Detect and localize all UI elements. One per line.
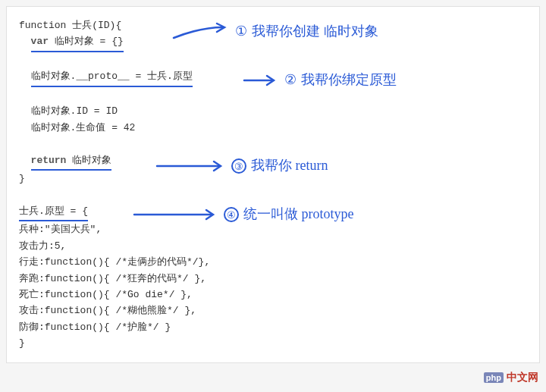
code-line: 临时对象.生命值 = 42 [19, 120, 527, 136]
arrow-icon [170, 21, 231, 42]
annotation-text: 我帮你绑定原型 [301, 69, 397, 92]
annotation-1: ① 我帮你创建 临时对象 [170, 20, 378, 43]
code-line: 死亡:function(){ /*Go die*/ }, [19, 287, 527, 303]
annotation-2: ② 我帮你绑定原型 [242, 69, 397, 92]
code-line: 行走:function(){ /*走俩步的代码*/}, [19, 254, 527, 270]
watermark-php: php [484, 372, 504, 383]
code-line: 防御:function(){ /*护脸*/ } [19, 319, 527, 335]
code-line: 临时对象.ID = ID [19, 103, 527, 119]
watermark: php 中文网 [484, 371, 538, 384]
arrow-icon [242, 73, 280, 88]
annotation-num: ① [235, 20, 247, 43]
arrow-icon [132, 207, 219, 222]
code-block: function 士兵(ID){ var 临时对象 = {} 临时对象.__pr… [6, 6, 540, 363]
code-line: } [19, 335, 527, 351]
annotation-num: ③ [231, 158, 246, 174]
annotation-text: 我帮你创建 临时对象 [252, 20, 378, 43]
watermark-cn: 中文网 [507, 371, 538, 384]
annotation-num: ④ [224, 207, 239, 222]
arrow-icon [155, 158, 227, 174]
annotation-num: ② [284, 69, 297, 92]
code-line: 奔跑:function(){ /*狂奔的代码*/ }, [19, 271, 527, 287]
annotation-3: ③ 我帮你 return [155, 155, 328, 177]
code-line: 攻击力:5, [19, 238, 527, 254]
annotation-4: ④ 统一叫做 prototype [132, 203, 354, 226]
annotation-text: 我帮你 return [251, 155, 328, 177]
annotation-text: 统一叫做 prototype [243, 203, 354, 226]
code-line: 攻击:function(){ /*糊他熊脸*/ }, [19, 303, 527, 318]
